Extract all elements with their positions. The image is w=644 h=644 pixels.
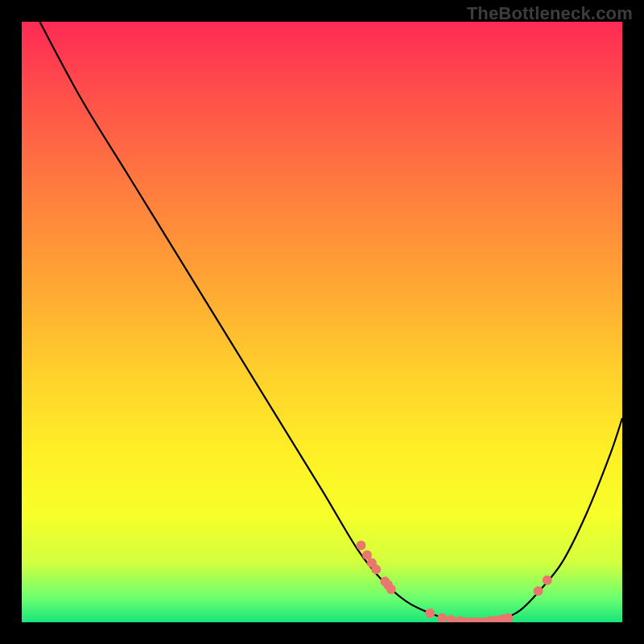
watermark-text: TheBottleneck.com [467,3,633,24]
left-cluster-marker [356,541,365,551]
valley-cluster-marker [446,615,456,622]
bottleneck-curve [39,22,622,622]
plot-area [22,22,622,622]
valley-cluster-marker [425,609,435,618]
chart-svg [22,22,622,622]
left-cluster-marker [371,564,381,574]
chart-frame: TheBottleneck.com [0,0,644,644]
left-cluster-marker [386,584,396,594]
valley-cluster-marker [437,613,447,622]
right-pair-marker [534,586,543,596]
right-pair-marker [543,576,552,585]
